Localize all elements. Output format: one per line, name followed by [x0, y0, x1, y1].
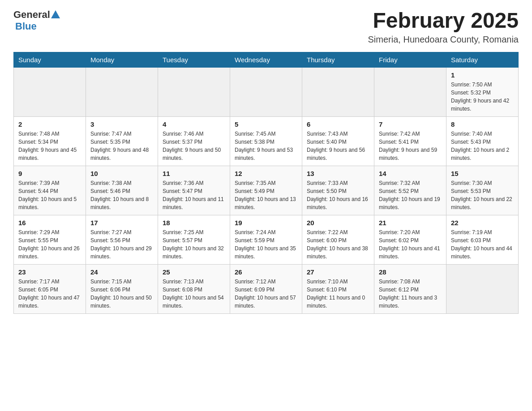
day-number: 28 [379, 268, 442, 276]
day-number: 19 [235, 219, 297, 227]
calendar-cell: 8Sunrise: 7:40 AMSunset: 5:43 PMDaylight… [446, 116, 519, 166]
calendar-week-row: 23Sunrise: 7:17 AMSunset: 6:05 PMDayligh… [14, 264, 519, 313]
calendar-cell: 26Sunrise: 7:12 AMSunset: 6:09 PMDayligh… [230, 264, 302, 313]
day-info: Sunrise: 7:15 AMSunset: 6:06 PMDaylight:… [90, 278, 153, 310]
day-info: Sunrise: 7:40 AMSunset: 5:43 PMDaylight:… [451, 130, 514, 162]
day-number: 2 [18, 120, 81, 128]
day-number: 27 [307, 268, 369, 276]
day-of-week-header: Saturday [446, 52, 519, 67]
day-info: Sunrise: 7:27 AMSunset: 5:56 PMDaylight:… [90, 228, 153, 261]
calendar-cell: 4Sunrise: 7:46 AMSunset: 5:37 PMDaylight… [158, 116, 230, 166]
day-info: Sunrise: 7:08 AMSunset: 6:12 PMDaylight:… [379, 278, 442, 310]
calendar-cell [302, 67, 374, 116]
calendar-cell: 9Sunrise: 7:39 AMSunset: 5:44 PMDaylight… [14, 166, 86, 215]
day-info: Sunrise: 7:25 AMSunset: 5:57 PMDaylight:… [163, 228, 225, 261]
day-info: Sunrise: 7:42 AMSunset: 5:41 PMDaylight:… [379, 130, 442, 162]
day-number: 25 [163, 268, 225, 276]
day-info: Sunrise: 7:19 AMSunset: 6:03 PMDaylight:… [451, 228, 514, 261]
day-number: 8 [451, 120, 514, 128]
calendar-cell: 15Sunrise: 7:30 AMSunset: 5:53 PMDayligh… [446, 166, 519, 215]
location-title: Simeria, Hunedoara County, Romania [368, 34, 519, 45]
calendar-cell [158, 67, 230, 116]
day-number: 16 [18, 219, 81, 227]
calendar-cell: 21Sunrise: 7:20 AMSunset: 6:02 PMDayligh… [374, 215, 446, 264]
calendar-week-row: 9Sunrise: 7:39 AMSunset: 5:44 PMDaylight… [14, 166, 519, 215]
calendar-cell [230, 67, 302, 116]
calendar-cell: 17Sunrise: 7:27 AMSunset: 5:56 PMDayligh… [86, 215, 158, 264]
day-of-week-header: Wednesday [230, 52, 302, 67]
day-info: Sunrise: 7:35 AMSunset: 5:49 PMDaylight:… [235, 179, 297, 211]
day-info: Sunrise: 7:32 AMSunset: 5:52 PMDaylight:… [379, 179, 442, 211]
day-number: 3 [90, 120, 153, 128]
day-number: 23 [18, 268, 81, 276]
day-info: Sunrise: 7:17 AMSunset: 6:05 PMDaylight:… [18, 278, 81, 310]
day-info: Sunrise: 7:36 AMSunset: 5:47 PMDaylight:… [163, 179, 225, 211]
day-of-week-header: Monday [86, 52, 158, 67]
day-number: 9 [18, 170, 81, 177]
day-info: Sunrise: 7:10 AMSunset: 6:10 PMDaylight:… [307, 278, 369, 310]
day-number: 7 [379, 120, 442, 128]
day-info: Sunrise: 7:13 AMSunset: 6:08 PMDaylight:… [163, 278, 225, 310]
calendar-cell: 6Sunrise: 7:43 AMSunset: 5:40 PMDaylight… [302, 116, 374, 166]
day-number: 14 [379, 170, 442, 177]
day-number: 15 [451, 170, 514, 177]
calendar-cell: 28Sunrise: 7:08 AMSunset: 6:12 PMDayligh… [374, 264, 446, 313]
day-number: 21 [379, 219, 442, 227]
calendar-cell: 16Sunrise: 7:29 AMSunset: 5:55 PMDayligh… [14, 215, 86, 264]
day-number: 22 [451, 219, 514, 227]
calendar-week-row: 2Sunrise: 7:48 AMSunset: 5:34 PMDaylight… [14, 116, 519, 166]
calendar-cell: 22Sunrise: 7:19 AMSunset: 6:03 PMDayligh… [446, 215, 519, 264]
day-info: Sunrise: 7:48 AMSunset: 5:34 PMDaylight:… [18, 130, 81, 162]
day-info: Sunrise: 7:43 AMSunset: 5:40 PMDaylight:… [307, 130, 369, 162]
calendar-cell: 2Sunrise: 7:48 AMSunset: 5:34 PMDaylight… [14, 116, 86, 166]
day-of-week-header: Friday [374, 52, 446, 67]
logo: General Blue [13, 9, 60, 32]
day-number: 12 [235, 170, 297, 177]
day-number: 6 [307, 120, 369, 128]
day-info: Sunrise: 7:50 AMSunset: 5:32 PMDaylight:… [451, 81, 514, 113]
calendar-week-row: 16Sunrise: 7:29 AMSunset: 5:55 PMDayligh… [14, 215, 519, 264]
day-info: Sunrise: 7:12 AMSunset: 6:09 PMDaylight:… [235, 278, 297, 310]
day-info: Sunrise: 7:33 AMSunset: 5:50 PMDaylight:… [307, 179, 369, 211]
calendar-cell: 24Sunrise: 7:15 AMSunset: 6:06 PMDayligh… [86, 264, 158, 313]
page-header: General Blue February 2025 Simeria, Hune… [13, 9, 519, 45]
day-of-week-header: Sunday [14, 52, 86, 67]
day-number: 10 [90, 170, 153, 177]
day-of-week-header: Thursday [302, 52, 374, 67]
day-info: Sunrise: 7:38 AMSunset: 5:46 PMDaylight:… [90, 179, 153, 211]
logo-triangle-icon [51, 10, 60, 18]
day-info: Sunrise: 7:45 AMSunset: 5:38 PMDaylight:… [235, 130, 297, 162]
day-number: 18 [163, 219, 225, 227]
day-number: 5 [235, 120, 297, 128]
calendar-cell: 3Sunrise: 7:47 AMSunset: 5:35 PMDaylight… [86, 116, 158, 166]
day-info: Sunrise: 7:47 AMSunset: 5:35 PMDaylight:… [90, 130, 153, 162]
calendar-cell: 18Sunrise: 7:25 AMSunset: 5:57 PMDayligh… [158, 215, 230, 264]
calendar-header-row: SundayMondayTuesdayWednesdayThursdayFrid… [14, 52, 519, 67]
calendar-cell: 7Sunrise: 7:42 AMSunset: 5:41 PMDaylight… [374, 116, 446, 166]
day-info: Sunrise: 7:24 AMSunset: 5:59 PMDaylight:… [235, 228, 297, 261]
calendar-table: SundayMondayTuesdayWednesdayThursdayFrid… [13, 52, 519, 314]
calendar-cell: 12Sunrise: 7:35 AMSunset: 5:49 PMDayligh… [230, 166, 302, 215]
day-number: 20 [307, 219, 369, 227]
day-number: 13 [307, 170, 369, 177]
calendar-cell [86, 67, 158, 116]
calendar-cell: 14Sunrise: 7:32 AMSunset: 5:52 PMDayligh… [374, 166, 446, 215]
logo-general-text: General [13, 9, 50, 21]
calendar-cell: 13Sunrise: 7:33 AMSunset: 5:50 PMDayligh… [302, 166, 374, 215]
day-info: Sunrise: 7:46 AMSunset: 5:37 PMDaylight:… [163, 130, 225, 162]
calendar-cell [14, 67, 86, 116]
month-title: February 2025 [368, 9, 519, 33]
day-info: Sunrise: 7:29 AMSunset: 5:55 PMDaylight:… [18, 228, 81, 261]
day-number: 17 [90, 219, 153, 227]
day-number: 1 [451, 71, 514, 79]
calendar-week-row: 1Sunrise: 7:50 AMSunset: 5:32 PMDaylight… [14, 67, 519, 116]
day-info: Sunrise: 7:30 AMSunset: 5:53 PMDaylight:… [451, 179, 514, 211]
calendar-cell: 1Sunrise: 7:50 AMSunset: 5:32 PMDaylight… [446, 67, 519, 116]
day-of-week-header: Tuesday [158, 52, 230, 67]
calendar-cell: 27Sunrise: 7:10 AMSunset: 6:10 PMDayligh… [302, 264, 374, 313]
day-info: Sunrise: 7:39 AMSunset: 5:44 PMDaylight:… [18, 179, 81, 211]
day-number: 4 [163, 120, 225, 128]
day-info: Sunrise: 7:20 AMSunset: 6:02 PMDaylight:… [379, 228, 442, 261]
calendar-cell: 23Sunrise: 7:17 AMSunset: 6:05 PMDayligh… [14, 264, 86, 313]
title-block: February 2025 Simeria, Hunedoara County,… [368, 9, 519, 45]
